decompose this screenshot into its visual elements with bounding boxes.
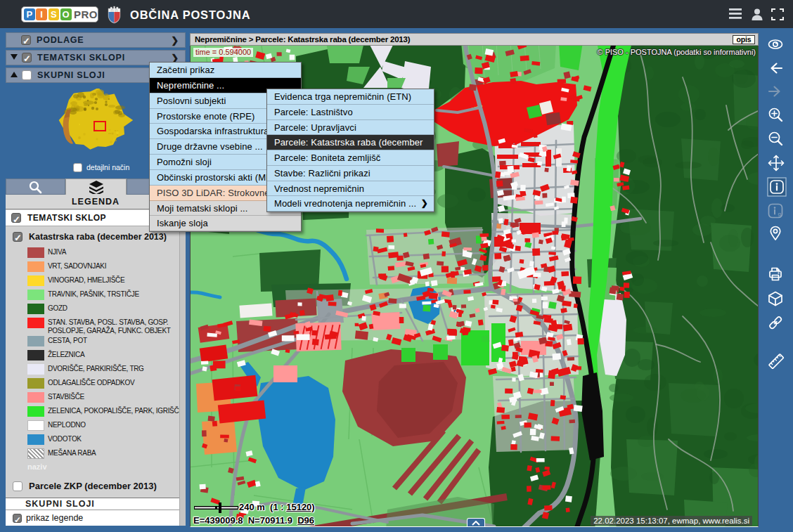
svg-text:g: g bbox=[778, 211, 781, 217]
